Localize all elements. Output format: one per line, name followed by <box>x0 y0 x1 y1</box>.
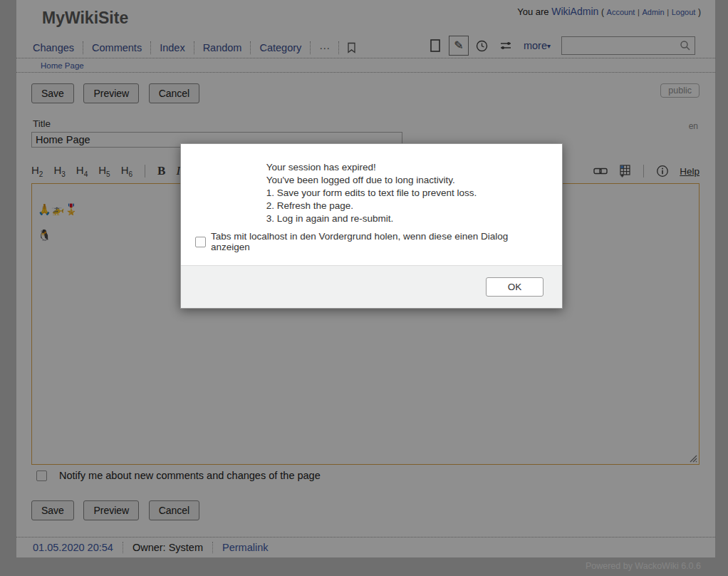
dialog-footer: OK <box>181 265 562 308</box>
dialog-line: You've been logged off due to long inact… <box>266 174 477 187</box>
dialog-line: Your session has expired! <box>266 161 477 174</box>
dialog-checkbox-label: Tabs mit localhost in den Vordergrund ho… <box>211 231 548 252</box>
dialog-line: 3. Log in again and re-submit. <box>266 212 477 225</box>
dialog-foreground-checkbox[interactable] <box>195 237 206 247</box>
wiki-edit-screen: MyWikiSite You are WikiAdmin ( Account |… <box>0 0 728 576</box>
dialog-message: Your session has expired! You've been lo… <box>266 161 477 225</box>
dialog-line: 1. Save your form edits to text file to … <box>266 187 477 200</box>
dialog-checkbox-row: Tabs mit localhost in den Vordergrund ho… <box>195 231 548 252</box>
dialog-line: 2. Refresh the page. <box>266 200 477 212</box>
ok-button[interactable]: OK <box>486 277 544 297</box>
session-expired-dialog: Your session has expired! You've been lo… <box>180 143 563 309</box>
dialog-body: Your session has expired! You've been lo… <box>181 144 562 265</box>
